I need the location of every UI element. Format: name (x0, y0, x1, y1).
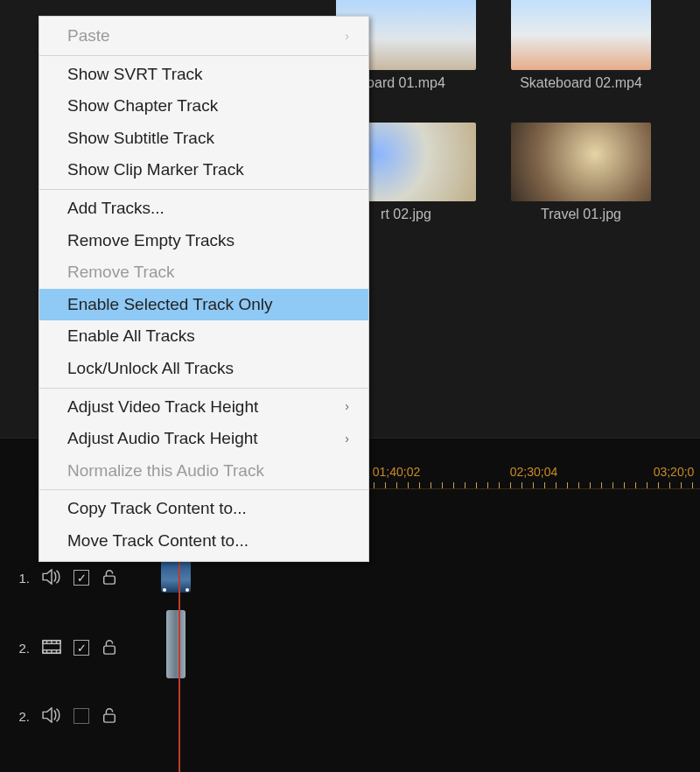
menu-item: Normalize this Audio Track (39, 455, 368, 488)
menu-separator (39, 489, 368, 490)
track-number: 1. (18, 571, 30, 586)
menu-item-label: Normalize this Audio Track (67, 460, 264, 483)
track-enable-checkbox[interactable]: ✓ (74, 640, 89, 656)
speaker-icon[interactable] (42, 569, 61, 587)
menu-item-label: Paste (67, 25, 110, 48)
menu-item[interactable]: Show SVRT Track (39, 59, 368, 91)
track-enable-checkbox[interactable]: ✓ (74, 708, 89, 724)
menu-item-label: Lock/Unlock All Tracks (67, 357, 234, 381)
menu-item[interactable]: Lock/Unlock All Tracks (39, 353, 368, 385)
lock-icon[interactable] (102, 707, 117, 726)
menu-item[interactable]: Adjust Video Track Height› (39, 391, 368, 424)
audio-clip[interactable] (166, 610, 186, 678)
submenu-arrow-icon: › (345, 431, 349, 448)
menu-item-label: Show Chapter Track (67, 95, 218, 118)
menu-item-label: Copy Track Content to... (67, 497, 247, 521)
track-row: 2.✓ (0, 691, 700, 741)
track-row: 2.✓ (0, 622, 700, 673)
menu-item[interactable]: Enable All Tracks (39, 320, 368, 353)
track-number: 2. (18, 641, 30, 656)
track-header[interactable]: 2.✓ (0, 707, 158, 726)
ruler-timecode: 03;20;0 (654, 465, 695, 479)
menu-item-label: Show SVRT Track (67, 63, 203, 87)
menu-item-label: Enable Selected Track Only (67, 293, 272, 317)
menu-separator (39, 189, 368, 190)
menu-item-label: Move Track Content to... (67, 530, 248, 553)
menu-item[interactable]: Copy Track Content to... (39, 493, 368, 525)
menu-item: Paste› (39, 20, 368, 53)
track-number: 2. (18, 709, 30, 724)
media-thumb[interactable]: Skateboard 02.mp4 (511, 0, 651, 91)
menu-item-label: Show Clip Marker Track (67, 158, 244, 182)
submenu-arrow-icon: › (345, 28, 349, 46)
menu-separator (39, 388, 368, 389)
ruler-timecode: 01;40;02 (373, 465, 421, 479)
track-header[interactable]: 2.✓ (0, 639, 158, 657)
menu-item-label: Adjust Video Track Height (67, 396, 258, 419)
menu-item[interactable]: Move Track Content to... (39, 525, 368, 558)
menu-item[interactable]: Show Subtitle Track (39, 123, 368, 155)
menu-item: Remove Track (39, 256, 368, 289)
track-enable-checkbox[interactable]: ✓ (74, 570, 89, 586)
menu-item[interactable]: Show Clip Marker Track (39, 154, 368, 186)
submenu-arrow-icon: › (345, 398, 349, 416)
menu-item-label: Remove Empty Tracks (67, 229, 234, 253)
media-thumbnail-image (511, 123, 651, 201)
lock-icon[interactable] (102, 639, 117, 657)
ruler-timecode: 02;30;04 (510, 465, 558, 479)
menu-item[interactable]: Remove Empty Tracks (39, 225, 368, 257)
menu-item[interactable]: Enable Selected Track Only (39, 289, 368, 321)
menu-item-label: Show Subtitle Track (67, 127, 214, 151)
media-thumbnail-label: Skateboard 02.mp4 (511, 75, 651, 91)
speaker-icon[interactable] (42, 707, 61, 726)
menu-item[interactable]: Add Tracks... (39, 193, 368, 225)
menu-item-label: Enable All Tracks (67, 325, 195, 348)
media-thumbnail-image (511, 0, 651, 70)
menu-item-label: Adjust Audio Track Height (67, 427, 258, 451)
film-icon[interactable] (42, 639, 61, 657)
media-thumb[interactable]: Travel 01.jpg (511, 123, 651, 222)
track-header[interactable]: 1.✓ (0, 569, 158, 587)
track-context-menu: Paste›Show SVRT TrackShow Chapter TrackS… (38, 16, 369, 562)
menu-item-label: Remove Track (67, 261, 174, 284)
media-thumbnail-label: Travel 01.jpg (511, 207, 651, 222)
lock-icon[interactable] (102, 569, 117, 587)
menu-item-label: Add Tracks... (67, 197, 164, 221)
menu-separator (39, 55, 368, 56)
menu-item[interactable]: Adjust Audio Track Height› (39, 423, 368, 455)
menu-item[interactable]: Show Chapter Track (39, 90, 368, 123)
